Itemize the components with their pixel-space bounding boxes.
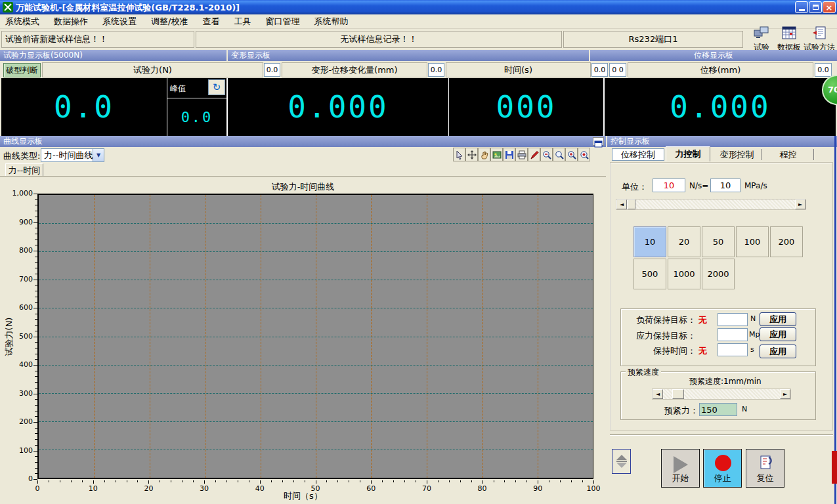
quick-tool-test-method[interactable]: 试验方法	[804, 26, 835, 53]
y-minor-tick	[35, 371, 37, 371]
menu-system-help[interactable]: 系统帮助	[314, 16, 348, 28]
hold-row1-apply-button[interactable]: 应用	[760, 312, 796, 326]
minimize-button[interactable]	[795, 1, 808, 13]
restore-button[interactable]	[809, 1, 822, 13]
save-icon[interactable]	[503, 148, 515, 161]
tab-displacement-control[interactable]: 位移控制	[612, 148, 664, 161]
y-tick-mark	[33, 479, 37, 480]
menu-window-mgmt[interactable]: 窗口管理	[265, 16, 299, 28]
zoom-reset-icon[interactable]	[578, 148, 590, 161]
start-label: 开始	[672, 472, 689, 484]
reset-button[interactable]: 复位	[746, 449, 784, 488]
hold-row2-input[interactable]	[718, 328, 748, 341]
y-minor-tick	[35, 416, 37, 417]
rate-value2-input[interactable]	[710, 178, 740, 192]
speed-button-10[interactable]: 10	[633, 226, 666, 257]
print-icon[interactable]	[515, 148, 528, 161]
cursor-icon[interactable]	[453, 148, 465, 161]
zoom-in-icon[interactable]	[565, 148, 578, 161]
rate-scrollbar[interactable]: ◄ ►	[616, 199, 806, 210]
tab-deform-control[interactable]: 变形控制	[713, 149, 762, 160]
quick-tool-data-board[interactable]: 数据板	[775, 26, 803, 53]
tab-force-control[interactable]: 力控制	[666, 146, 710, 161]
speed-20-label: 20	[679, 237, 690, 247]
tab-program-control[interactable]: 程控	[763, 149, 814, 160]
pretension-scrollbar[interactable]: ◄ ►	[652, 388, 791, 400]
disp-meter-value-text: 0.0	[817, 66, 829, 74]
y-tick-mark	[33, 394, 37, 394]
curve-panel-window-button[interactable]	[593, 137, 604, 146]
speed-button-200[interactable]: 200	[770, 226, 803, 257]
y-minor-tick	[35, 468, 37, 469]
x-minor-tick	[416, 480, 416, 482]
rate-equals-label: N/s=	[689, 181, 708, 190]
jog-button[interactable]	[612, 449, 631, 474]
zoom-out-icon[interactable]	[540, 148, 553, 161]
peak-refresh-button[interactable]: ↻	[208, 79, 225, 95]
menu-data-ops[interactable]: 数据操作	[54, 16, 88, 28]
y-minor-tick	[35, 473, 37, 474]
x-tick-mark	[538, 480, 538, 484]
stop-label: 停止	[714, 472, 731, 484]
y-minor-tick	[35, 234, 37, 234]
menu-view[interactable]: 查看	[202, 16, 219, 28]
stop-button[interactable]: 停止	[703, 449, 742, 488]
export-image-icon[interactable]	[490, 148, 503, 161]
zoom-icon[interactable]	[553, 148, 565, 161]
pretension-scroll-left-arrow[interactable]: ◄	[653, 389, 663, 399]
scroll-thumb[interactable]	[628, 200, 635, 209]
pretension-scroll-thumb[interactable]	[672, 389, 684, 399]
deform-meter-value: 0.0	[428, 63, 444, 77]
display-strip: 0.0 峰值 ↻ 0.0 0.000 000 0.000	[1, 78, 836, 136]
x-tick-mark	[260, 480, 261, 484]
curve-tab-force-time[interactable]: 力--时间	[5, 163, 43, 177]
rate-value1-input[interactable]	[653, 178, 685, 192]
annotate-pen-icon[interactable]	[528, 148, 540, 161]
speed-button-1000[interactable]: 1000	[668, 259, 700, 289]
force-meter-label: 试验力(N)	[133, 64, 172, 76]
menu-system-setup[interactable]: 系统设置	[102, 16, 137, 28]
hold-row3-apply-button[interactable]: 应用	[760, 345, 796, 358]
deform-meter-value-text: 0.0	[431, 66, 442, 74]
jog-up-icon	[616, 455, 627, 460]
x-tick-mark	[593, 480, 594, 484]
scroll-right-arrow[interactable]: ►	[795, 200, 805, 209]
x-minor-tick	[305, 480, 305, 482]
hold-row3-input[interactable]	[718, 343, 748, 356]
chevron-down-icon[interactable]: ▼	[93, 149, 104, 161]
hold-row1-flag: 无	[698, 314, 707, 326]
speed-button-100[interactable]: 100	[736, 226, 769, 257]
h-gridline	[39, 337, 593, 337]
time-display-value: 000	[496, 89, 556, 125]
tab-deform-label: 变形控制	[720, 149, 754, 161]
pan-hand-icon[interactable]	[478, 148, 490, 161]
scroll-left-arrow[interactable]: ◄	[616, 200, 627, 209]
y-minor-tick	[35, 274, 37, 274]
menu-system-mode[interactable]: 系统模式	[5, 16, 39, 28]
speed-button-50[interactable]: 50	[702, 226, 735, 257]
pretension-scroll-right-arrow[interactable]: ►	[780, 389, 790, 399]
y-minor-tick	[35, 382, 37, 383]
menu-calibration[interactable]: 调整/校准	[151, 16, 188, 28]
speed-button-2000[interactable]: 2000	[702, 259, 735, 289]
deform-meter-label-cell: 变形-位移变化量(mm)	[282, 62, 427, 77]
speed-button-20[interactable]: 20	[668, 226, 700, 257]
start-button[interactable]: 开始	[661, 449, 700, 488]
hold-row2-apply-button[interactable]: 应用	[760, 327, 796, 341]
menu-tools[interactable]: 工具	[234, 16, 251, 28]
hold-row3-flag: 无	[698, 345, 707, 357]
pretension-force-input[interactable]	[699, 403, 737, 416]
break-judge-button[interactable]: 破型判断	[3, 63, 41, 77]
quick-tool-test[interactable]: 试验	[750, 26, 773, 53]
minimize-icon	[799, 9, 805, 11]
speed-button-500[interactable]: 500	[633, 259, 666, 289]
close-button[interactable]: ×	[823, 1, 836, 13]
app-icon	[3, 2, 13, 12]
y-minor-tick	[35, 445, 37, 446]
y-minor-tick	[35, 262, 37, 262]
x-minor-tick	[293, 480, 294, 482]
move-icon[interactable]	[465, 148, 478, 161]
status-badge-value: 70	[828, 85, 837, 94]
hold-row1-input[interactable]	[718, 313, 748, 326]
curve-type-dropdown[interactable]: 力--时间曲线 ▼	[41, 148, 104, 162]
